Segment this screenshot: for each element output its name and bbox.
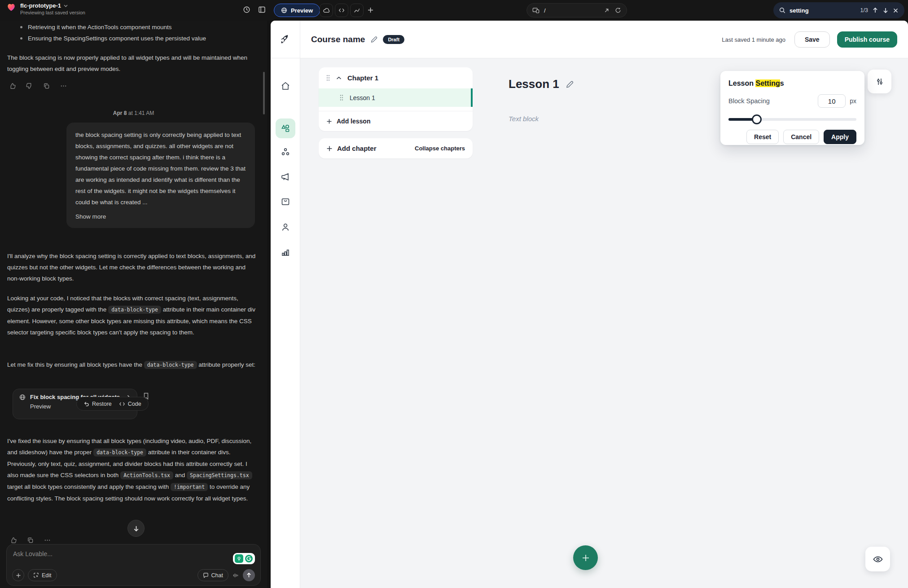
chat-composer: Edit Chat — [6, 544, 261, 586]
block-spacing-unit: px — [850, 97, 856, 105]
edit-course-name-icon[interactable] — [370, 36, 377, 43]
send-button[interactable] — [243, 569, 255, 581]
thumbs-up-icon[interactable] — [9, 83, 16, 89]
apply-button[interactable]: Apply — [824, 130, 856, 144]
panel-toggle-icon[interactable] — [258, 6, 266, 13]
shapes-icon — [280, 123, 291, 134]
course-name: Course name — [311, 35, 365, 44]
url-path[interactable]: / — [544, 7, 546, 14]
user-message-bubble: the block spacing setting is only correc… — [66, 123, 255, 228]
open-external-icon[interactable] — [604, 8, 610, 13]
block-spacing-slider[interactable] — [728, 114, 856, 124]
scroll-to-bottom-button[interactable] — [127, 520, 145, 537]
analytics-button[interactable] — [350, 4, 364, 17]
nav-analytics-icon[interactable] — [280, 247, 291, 258]
code-icon — [119, 401, 125, 407]
nav-community-icon[interactable] — [280, 147, 291, 158]
drag-handle-icon[interactable] — [339, 94, 344, 101]
save-button[interactable]: Save — [794, 31, 830, 48]
preview-label: Preview — [291, 7, 313, 14]
preview-button[interactable]: Preview — [274, 4, 320, 17]
topbar: flc-prototype-1 Previewing last saved ve… — [0, 0, 908, 21]
preview-mode-button[interactable] — [865, 547, 890, 571]
cancel-button[interactable]: Cancel — [783, 130, 819, 144]
nav-content-builder-active[interactable] — [276, 118, 295, 138]
drag-handle-icon[interactable] — [326, 75, 330, 81]
show-more-link[interactable]: Show more — [75, 211, 246, 222]
grammarly-g-icon — [245, 554, 253, 563]
rocket-icon[interactable] — [280, 34, 291, 45]
grammarly-bulb-icon — [235, 554, 243, 563]
cloud-button[interactable] — [320, 4, 333, 17]
settings-toggle-button[interactable] — [868, 70, 891, 93]
edit-mode-button[interactable]: Edit — [28, 569, 57, 581]
arrow-down-icon — [133, 525, 140, 532]
list-item: Retrieving it when the ActionTools compo… — [20, 22, 254, 33]
list-item: Ensuring the SpacingSettings component u… — [20, 33, 254, 44]
add-lesson-button[interactable]: Add lesson — [319, 111, 473, 131]
find-previous-icon[interactable] — [872, 7, 878, 13]
plus-icon — [581, 553, 590, 562]
block-spacing-slider-thumb[interactable] — [752, 114, 762, 124]
edit-lesson-title-icon[interactable] — [566, 80, 574, 88]
more-options-icon[interactable] — [60, 83, 67, 89]
chat-scrollbar[interactable] — [263, 72, 265, 114]
copy-icon[interactable] — [27, 537, 34, 544]
find-next-icon[interactable] — [882, 7, 889, 13]
lesson-item-label: Lesson 1 — [350, 94, 375, 101]
collapse-chapters-button[interactable]: Collapse chapters — [415, 145, 465, 152]
plus-icon — [326, 118, 332, 124]
chat-mode-button[interactable]: Chat — [197, 569, 228, 581]
collapse-chapter-icon[interactable] — [336, 76, 342, 80]
globe-icon — [281, 7, 287, 13]
project-menu[interactable]: flc-prototype-1 Previewing last saved ve… — [6, 2, 85, 15]
search-icon — [779, 7, 785, 13]
settings-title: Lesson Settings — [728, 79, 856, 88]
nav-profile-icon[interactable] — [280, 222, 291, 233]
add-block-fab[interactable] — [573, 545, 598, 570]
reset-button[interactable]: Reset — [746, 130, 779, 144]
publish-course-button[interactable]: Publish course — [837, 31, 897, 48]
more-options-icon[interactable] — [44, 537, 51, 544]
bullet-dot — [20, 37, 22, 39]
add-chapter-button[interactable]: Add chapter — [326, 145, 377, 152]
code-button[interactable]: Code — [119, 401, 141, 407]
nav-home-icon[interactable] — [280, 81, 291, 92]
add-tab-icon[interactable] — [367, 7, 374, 13]
history-icon[interactable] — [243, 6, 250, 13]
grammarly-badge[interactable] — [233, 553, 255, 564]
sliders-icon — [875, 77, 884, 86]
status-badge: Draft — [383, 35, 404, 44]
message-timestamp: Apr 8 at 1:41 AM — [0, 110, 267, 116]
find-close-icon[interactable] — [893, 8, 899, 13]
composer-input[interactable] — [13, 550, 175, 557]
app-preview: Course name Draft Last saved 1 minute ag… — [271, 21, 908, 588]
copy-icon[interactable] — [43, 83, 50, 89]
nav-store-icon[interactable] — [280, 196, 291, 207]
assistant-paragraph: The block spacing is now properly applie… — [7, 52, 258, 75]
url-bar[interactable]: / — [526, 3, 627, 18]
thumbs-down-icon[interactable] — [26, 83, 33, 89]
bullet-dot — [20, 26, 22, 28]
nav-announcements-icon[interactable] — [280, 171, 291, 182]
block-spacing-input[interactable] — [818, 94, 846, 108]
code-icon — [338, 7, 345, 14]
plus-icon — [326, 145, 333, 152]
attach-button[interactable] — [12, 569, 24, 581]
text-block-placeholder[interactable]: Text block — [509, 115, 539, 123]
thumbs-up-icon[interactable] — [10, 537, 17, 544]
assistant-paragraph: Looking at your code, I noticed that the… — [7, 293, 258, 338]
bullet-list: Retrieving it when the ActionTools compo… — [20, 22, 254, 44]
voice-input-icon[interactable] — [232, 572, 239, 579]
code-view-button[interactable] — [335, 4, 348, 17]
lesson-settings-popover: Lesson Settings Block Spacing px Reset C… — [720, 71, 864, 145]
refresh-icon[interactable] — [615, 7, 621, 13]
find-input[interactable] — [790, 7, 843, 14]
restore-button[interactable]: Restore — [83, 401, 112, 407]
assistant-paragraph: I've fixed the issue by ensuring that al… — [7, 435, 258, 504]
version-actions-pill: Restore Code — [76, 397, 149, 411]
lesson-row[interactable]: Lesson 1 — [319, 88, 473, 107]
lesson-active-accent — [471, 88, 473, 107]
lovable-logo-icon — [6, 2, 16, 12]
block-spacing-label: Block Spacing — [728, 97, 770, 105]
